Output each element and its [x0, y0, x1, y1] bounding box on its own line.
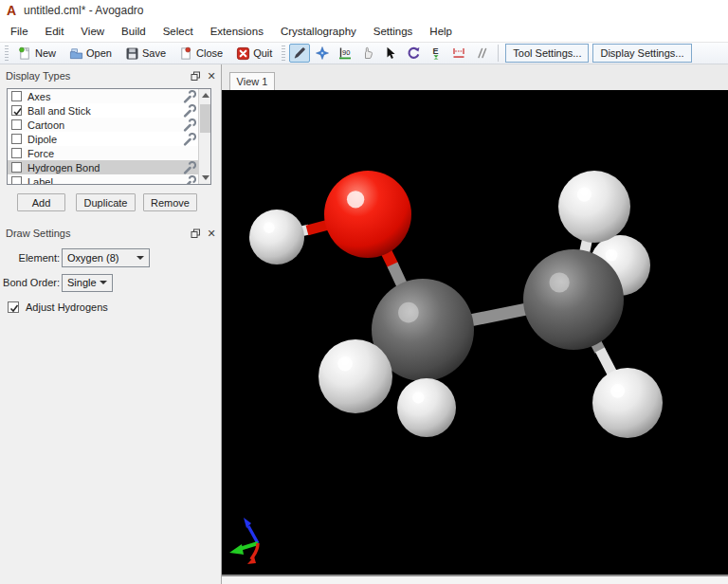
- checkbox[interactable]: [11, 119, 22, 130]
- display-type-row-ball-and-stick[interactable]: Ball and Stick: [8, 103, 198, 118]
- menu-help[interactable]: Help: [421, 23, 461, 40]
- display-type-row-hydrogen-bond[interactable]: Hydrogen Bond: [8, 160, 198, 174]
- checkbox[interactable]: [11, 134, 22, 144]
- bond-centric-90-icon: 90: [338, 46, 352, 60]
- settings-wrench-icon[interactable]: [183, 119, 196, 132]
- molecule-canvas[interactable]: [222, 90, 728, 575]
- display-settings-button[interactable]: Display Settings...: [592, 44, 691, 63]
- menu-select[interactable]: Select: [155, 23, 202, 40]
- display-type-row-axes[interactable]: Axes: [8, 89, 198, 103]
- draw-settings-panel-titlebar[interactable]: Draw Settings ✕: [0, 224, 221, 243]
- specular-highlight: [412, 392, 424, 403]
- menu-crystallography[interactable]: Crystallography: [272, 23, 365, 40]
- new-button-label: New: [35, 47, 56, 59]
- bond-order-row: Bond Order: Single: [0, 273, 221, 292]
- display-type-row-label[interactable]: Label: [8, 174, 198, 185]
- save-button[interactable]: Save: [119, 44, 172, 64]
- tool-auto-rotate-button[interactable]: [403, 44, 424, 63]
- display-type-row-dipole[interactable]: Dipole: [8, 132, 198, 146]
- add-button[interactable]: Add: [17, 193, 65, 211]
- tool-draw-button[interactable]: [289, 44, 310, 63]
- tool-manipulate-button[interactable]: [357, 44, 378, 63]
- new-button[interactable]: New: [12, 44, 62, 64]
- chevron-down-icon: [136, 256, 144, 260]
- quit-icon: [236, 46, 250, 61]
- chevron-down-icon: [100, 281, 107, 284]
- menu-build[interactable]: Build: [113, 23, 155, 40]
- display-type-row-force[interactable]: Force: [8, 146, 198, 160]
- bond-order-dropdown-value: Single: [67, 277, 97, 288]
- tool-bond-centric-button[interactable]: 90: [335, 44, 355, 63]
- specular-highlight: [577, 187, 592, 201]
- quit-button[interactable]: Quit: [230, 44, 278, 64]
- window-title: untitled.cml* - Avogadro: [24, 4, 144, 17]
- display-type-label: Force: [27, 148, 198, 159]
- display-types-panel-title: Display Types: [6, 70, 189, 82]
- atom-H[interactable]: [558, 171, 630, 243]
- close-button[interactable]: Close: [173, 44, 228, 64]
- duplicate-button[interactable]: Duplicate: [76, 193, 136, 211]
- tool-select-button[interactable]: [380, 44, 401, 63]
- remove-button[interactable]: Remove: [143, 193, 197, 211]
- atom-H[interactable]: [249, 210, 304, 265]
- scroll-down-icon[interactable]: [199, 172, 211, 184]
- atom-C[interactable]: [523, 249, 624, 350]
- checkbox[interactable]: [11, 148, 22, 158]
- scroll-up-icon[interactable]: [199, 89, 211, 101]
- display-type-label: Axes: [27, 91, 183, 102]
- element-dropdown-value: Oxygen (8): [67, 252, 118, 264]
- tool-measure-button[interactable]: [448, 44, 469, 63]
- menu-view[interactable]: View: [72, 23, 113, 40]
- bond-order-dropdown[interactable]: Single: [62, 274, 113, 292]
- tool-auto-optimize-button[interactable]: E: [426, 44, 446, 63]
- tool-navigate-button[interactable]: [312, 44, 333, 63]
- toolbar-grip[interactable]: [282, 46, 285, 61]
- menu-settings[interactable]: Settings: [365, 23, 422, 40]
- viewport-background[interactable]: [222, 90, 728, 575]
- atom-O[interactable]: [324, 171, 411, 258]
- specular-highlight: [606, 249, 618, 262]
- atom-H[interactable]: [592, 368, 663, 438]
- close-panel-icon[interactable]: ✕: [205, 227, 218, 240]
- display-type-row-cartoon[interactable]: Cartoon: [8, 118, 198, 132]
- checkbox[interactable]: [11, 162, 22, 173]
- scrollbar-thumb[interactable]: [200, 104, 210, 133]
- element-label: Element:: [0, 252, 60, 264]
- display-type-label: Ball and Stick: [27, 105, 183, 117]
- align-icon: [475, 46, 488, 60]
- checkbox[interactable]: [11, 105, 22, 116]
- new-document-icon: [18, 46, 32, 61]
- atom-H[interactable]: [318, 339, 392, 413]
- open-folder-icon: [69, 46, 83, 61]
- menu-file[interactable]: File: [2, 23, 37, 40]
- adjust-hydrogens-checkbox[interactable]: [8, 301, 19, 313]
- display-types-scrollbar[interactable]: [198, 89, 210, 184]
- molecule-viewport[interactable]: [222, 90, 728, 575]
- draw-settings-panel-title: Draw Settings: [6, 228, 189, 239]
- menu-edit[interactable]: Edit: [37, 23, 73, 40]
- quit-button-label: Quit: [253, 47, 272, 59]
- toolbar-grip[interactable]: [5, 46, 9, 61]
- display-types-panel-titlebar[interactable]: Display Types ✕: [0, 66, 221, 85]
- checkbox[interactable]: [11, 91, 22, 101]
- tab-view-1[interactable]: View 1: [229, 72, 275, 90]
- float-panel-icon[interactable]: [189, 69, 202, 82]
- avogadro-logo-icon: A: [4, 3, 19, 18]
- open-button[interactable]: Open: [64, 44, 118, 64]
- atom-H[interactable]: [397, 378, 456, 437]
- settings-wrench-icon[interactable]: [183, 104, 196, 118]
- float-panel-icon[interactable]: [189, 227, 202, 240]
- draw-pencil-icon: [293, 46, 306, 60]
- tool-align-button[interactable]: [471, 44, 492, 63]
- element-dropdown[interactable]: Oxygen (8): [62, 248, 150, 267]
- main-area: Display Types ✕ Axes Ball and Stick: [0, 64, 728, 584]
- checkbox[interactable]: [11, 176, 22, 185]
- close-panel-icon[interactable]: ✕: [205, 69, 218, 82]
- settings-wrench-icon[interactable]: [183, 90, 196, 103]
- menu-extensions[interactable]: Extensions: [202, 23, 272, 40]
- tool-settings-button[interactable]: Tool Settings...: [505, 44, 589, 63]
- left-dock: Display Types ✕ Axes Ball and Stick: [0, 64, 221, 584]
- settings-wrench-icon[interactable]: [183, 175, 196, 186]
- settings-wrench-icon[interactable]: [183, 133, 196, 146]
- settings-wrench-icon[interactable]: [183, 161, 196, 174]
